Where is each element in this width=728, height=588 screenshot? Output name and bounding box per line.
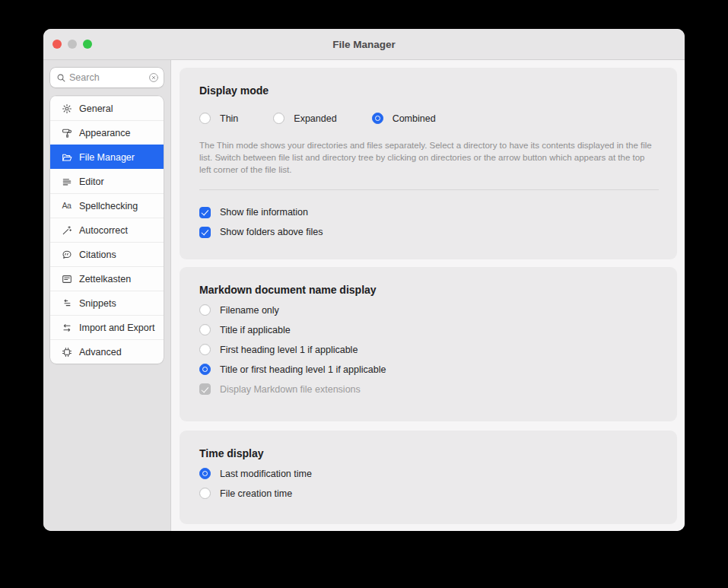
zoom-button[interactable] xyxy=(83,40,92,49)
display-mode-title: Display mode xyxy=(199,84,659,97)
radio-option[interactable]: Filename only xyxy=(199,304,659,316)
radio-control xyxy=(199,488,211,499)
checkbox-label: Show folders above files xyxy=(220,227,323,237)
search-icon xyxy=(56,73,66,83)
radio-option[interactable]: Expanded xyxy=(273,113,336,124)
traffic-lights xyxy=(52,29,92,59)
checkbox-control xyxy=(199,207,211,218)
sidebar-nav-label: Import and Export xyxy=(79,323,154,333)
radio-control xyxy=(199,468,211,479)
sidebar-nav-item[interactable]: Import and Export xyxy=(50,315,164,339)
checkbox-control xyxy=(199,383,211,395)
sidebar-nav: General Appearance File Manager Editor A… xyxy=(50,96,164,364)
swap-arrows-icon xyxy=(61,322,72,333)
radio-control xyxy=(199,344,211,355)
sidebar-nav-item[interactable]: Aa Spellchecking xyxy=(50,193,164,218)
desktop-background: { "window": { "title": "File Manager", "… xyxy=(0,0,728,588)
sidebar: General Appearance File Manager Editor A… xyxy=(43,60,171,531)
close-button[interactable] xyxy=(52,40,62,49)
checkbox-option[interactable]: Show file information xyxy=(199,207,659,218)
gear-icon xyxy=(61,103,72,114)
sidebar-nav-item[interactable]: File Manager xyxy=(50,145,164,169)
display-mode-options: Thin Expanded Combined xyxy=(199,113,659,124)
radio-option[interactable]: Thin xyxy=(199,113,238,124)
sidebar-nav-item[interactable]: Advanced xyxy=(50,339,164,364)
radio-control xyxy=(199,364,211,375)
sidebar-nav-item[interactable]: Zettelkasten xyxy=(50,266,164,291)
radio-option[interactable]: First heading level 1 if applicable xyxy=(199,344,659,355)
sidebar-nav-item[interactable]: Appearance xyxy=(50,120,164,145)
markdown-name-options: Filename only Title if applicable First … xyxy=(199,304,659,375)
window-body: General Appearance File Manager Editor A… xyxy=(43,60,685,531)
checkbox-label: Show file information xyxy=(220,207,308,218)
text-lines-icon xyxy=(61,176,72,187)
sidebar-nav-item[interactable]: Snippets xyxy=(50,291,164,315)
radio-label: First heading level 1 if applicable xyxy=(220,345,358,355)
preferences-window: File Manager General xyxy=(43,29,685,531)
clear-search-icon[interactable] xyxy=(148,72,159,83)
radio-control xyxy=(273,113,285,124)
magic-wand-icon xyxy=(61,224,72,236)
search-input[interactable] xyxy=(66,72,148,83)
display-mode-description: The Thin mode shows your directories and… xyxy=(199,140,659,176)
settings-content: Display mode Thin Expanded Combined T xyxy=(171,60,685,531)
title-bar: File Manager xyxy=(43,29,685,60)
radio-option[interactable]: Title if applicable xyxy=(199,324,659,335)
radio-label: File creation time xyxy=(220,488,292,499)
spellcheck-aa-icon: Aa xyxy=(61,200,72,211)
paint-roller-icon xyxy=(61,127,72,138)
checkbox-option[interactable]: Show folders above files xyxy=(199,227,659,238)
markdown-name-checkboxes: Display Markdown file extensions xyxy=(199,383,659,395)
search-field xyxy=(50,68,164,87)
sidebar-nav-label: Editor xyxy=(79,176,104,187)
section-divider xyxy=(199,189,659,190)
time-display-card: Time display Last modification time File… xyxy=(180,431,677,524)
radio-option[interactable]: Last modification time xyxy=(199,468,659,479)
radio-label: Expanded xyxy=(294,113,336,124)
time-display-options: Last modification time File creation tim… xyxy=(199,468,659,499)
display-mode-checkboxes: Show file information Show folders above… xyxy=(199,207,659,238)
sidebar-nav-item[interactable]: Editor xyxy=(50,169,164,193)
sidebar-nav-item[interactable]: Citations xyxy=(50,242,164,266)
sidebar-nav-label: Appearance xyxy=(79,128,130,138)
markdown-name-title: Markdown document name display xyxy=(199,284,659,296)
sidebar-nav-label: File Manager xyxy=(79,152,135,163)
sidebar-nav-label: Zettelkasten xyxy=(79,274,131,284)
cpu-chip-icon xyxy=(61,346,72,358)
radio-label: Combined xyxy=(393,113,436,124)
radio-option[interactable]: Combined xyxy=(372,113,436,124)
radio-label: Title or first heading level 1 if applic… xyxy=(220,364,386,375)
checkbox-control xyxy=(199,227,211,238)
sidebar-nav-label: Snippets xyxy=(79,298,116,309)
radio-control xyxy=(199,113,211,124)
citation-bubble-icon xyxy=(61,249,72,260)
checkbox-label: Display Markdown file extensions xyxy=(220,384,361,395)
radio-label: Title if applicable xyxy=(220,325,291,335)
radio-label: Last modification time xyxy=(220,469,312,479)
radio-label: Thin xyxy=(220,113,238,124)
sidebar-nav-item[interactable]: General xyxy=(50,96,164,120)
sidebar-nav-label: Autocorrect xyxy=(79,225,128,236)
radio-label: Filename only xyxy=(220,305,279,316)
display-mode-card: Display mode Thin Expanded Combined T xyxy=(180,68,677,259)
sidebar-nav-label: General xyxy=(79,103,113,114)
radio-option[interactable]: File creation time xyxy=(199,488,659,499)
window-title: File Manager xyxy=(332,39,396,50)
radio-control xyxy=(372,113,383,124)
sidebar-nav-label: Citations xyxy=(79,250,116,260)
snippet-indent-icon xyxy=(61,297,72,309)
sidebar-nav-item[interactable]: Autocorrect xyxy=(50,218,164,242)
radio-control xyxy=(199,324,211,335)
minimize-button[interactable] xyxy=(68,40,77,49)
note-card-icon xyxy=(61,273,72,284)
time-display-title: Time display xyxy=(199,447,659,459)
checkbox-option: Display Markdown file extensions xyxy=(199,383,659,395)
markdown-name-card: Markdown document name display Filename … xyxy=(180,267,677,421)
sidebar-nav-label: Advanced xyxy=(79,347,122,358)
radio-option[interactable]: Title or first heading level 1 if applic… xyxy=(199,364,659,375)
radio-control xyxy=(199,304,211,316)
sidebar-nav-label: Spellchecking xyxy=(79,201,138,211)
folder-icon xyxy=(61,151,72,163)
